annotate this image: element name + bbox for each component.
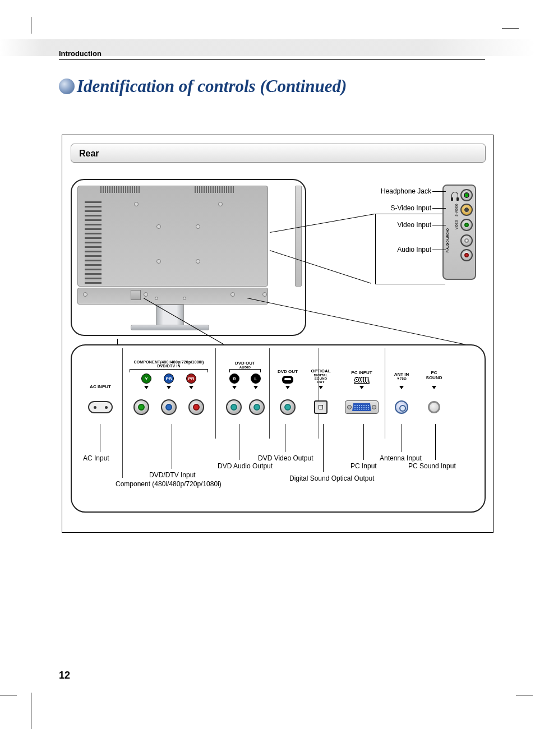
io-column: ANT IN ▼75Ω xyxy=(385,372,418,389)
video-jack-icon xyxy=(460,219,473,231)
crop-mark xyxy=(31,17,48,34)
component-pb-icon: PB xyxy=(164,374,174,384)
callout-label: S-Video Input xyxy=(391,204,432,212)
io-label: PC xyxy=(431,370,437,375)
screw-icon xyxy=(262,292,267,297)
screw-icon xyxy=(183,297,186,300)
leader-line xyxy=(100,424,100,452)
vent-icon xyxy=(100,186,140,193)
component-pb-jack-icon xyxy=(161,399,177,415)
io-label: ▼75Ω xyxy=(396,377,407,380)
arrow-down-icon xyxy=(189,386,193,389)
callout-label: Antenna Input xyxy=(380,454,422,462)
io-label: COMPONENT(480i/480p/720p/1080i) xyxy=(133,360,204,364)
crop-mark xyxy=(502,28,519,45)
io-top-row: AC INPUT COMPONENT(480i/480p/720p/1080i)… xyxy=(79,356,478,389)
io-label: ANT IN xyxy=(394,372,409,377)
screw-icon xyxy=(218,202,223,206)
screw-icon xyxy=(230,292,235,297)
rear-heading: Rear xyxy=(71,144,486,163)
callout-label: DVD Video Output xyxy=(258,454,313,462)
io-callout-labels: AC Input DVD/DTV Input Component (480i/4… xyxy=(72,424,485,506)
leader-line xyxy=(172,424,172,469)
vent-icon xyxy=(195,186,234,193)
callout-label: PC Input xyxy=(350,462,377,470)
io-label: AC INPUT xyxy=(90,384,111,389)
screw-icon xyxy=(134,202,139,206)
dvd-audio-r-jack-icon xyxy=(226,399,242,415)
arrow-down-icon xyxy=(359,386,364,389)
crop-mark xyxy=(0,695,17,695)
screw-icon xyxy=(196,259,200,264)
arrow-down-icon xyxy=(319,386,323,389)
leader-line xyxy=(375,214,445,214)
leader-line xyxy=(323,424,324,472)
io-label: DVD OUT xyxy=(278,369,298,374)
io-column: OPTICAL DIGITAL SOUND OUT xyxy=(303,368,339,389)
component-y-jack-icon xyxy=(133,399,149,415)
io-connector-row xyxy=(79,395,478,420)
leader-line xyxy=(432,208,446,209)
vga-port-icon xyxy=(345,400,379,414)
slot-icon xyxy=(131,290,141,300)
io-column: PC INPUT xyxy=(339,370,385,389)
io-label: SOUND xyxy=(426,375,442,380)
page-title: Identification of controls (Continued) xyxy=(77,76,347,96)
arrow-down-icon xyxy=(253,386,258,389)
audio-l-icon: L xyxy=(251,374,261,384)
arrow-down-icon xyxy=(167,386,171,389)
leader-line xyxy=(239,424,239,460)
tv-chassis xyxy=(77,186,268,287)
dvd-out-icon xyxy=(282,376,293,384)
io-column: AC INPUT xyxy=(79,384,122,389)
vga-icon xyxy=(354,377,370,384)
title-bullet-icon xyxy=(59,79,75,94)
leader-line xyxy=(363,424,364,460)
component-pr-jack-icon xyxy=(188,399,204,415)
screw-icon xyxy=(156,259,161,264)
leader-line xyxy=(432,250,446,250)
bracket-icon xyxy=(130,369,208,372)
crop-mark xyxy=(31,693,31,729)
audio-r-jack-icon xyxy=(460,249,473,261)
io-column: PC SOUND xyxy=(418,370,450,389)
pc-sound-jack-icon xyxy=(428,401,440,413)
leader-line xyxy=(402,424,402,452)
screw-icon xyxy=(144,292,148,297)
io-label: OUT xyxy=(317,380,324,384)
rear-io-diagram: AC INPUT COMPONENT(480i/480p/720p/1080i)… xyxy=(71,344,486,513)
headphone-jack-icon xyxy=(460,189,473,201)
mini-label: VIDEO xyxy=(455,220,458,229)
arrow-down-icon xyxy=(399,386,404,389)
io-label: DVD/DTV IN xyxy=(157,364,181,368)
speaker-grill-icon xyxy=(85,200,102,284)
callout-label: AC Input xyxy=(83,454,109,462)
callout-label: Audio Input xyxy=(397,246,431,253)
jack-row xyxy=(446,189,473,201)
callout-label: Video Input xyxy=(398,221,432,229)
io-column: COMPONENT(480i/480p/720p/1080i) DVD/DTV … xyxy=(122,360,215,389)
leader-line xyxy=(432,191,446,192)
component-pr-icon: PR xyxy=(186,374,196,384)
page: Introduction Identification of controls … xyxy=(31,17,502,729)
tv-base-bar xyxy=(77,288,268,305)
diagram-panel: Rear xyxy=(62,135,494,533)
mini-label: S-VIDEO xyxy=(455,204,458,216)
io-column: DVD OUT AUDIO R L xyxy=(222,361,268,389)
page-number: 12 xyxy=(59,670,70,681)
io-label: DVD OUT xyxy=(235,361,255,366)
mini-label: R-AUDIO-L/MONO xyxy=(446,228,449,252)
io-label: PC INPUT xyxy=(351,370,372,375)
tv-rear-diagram xyxy=(71,179,306,336)
callout-label: Digital Sound Optical Output xyxy=(289,474,374,482)
component-y-icon: Y xyxy=(141,374,151,384)
callout-label: Headphone Jack xyxy=(381,187,431,195)
leader-line xyxy=(432,225,446,225)
dvd-video-out-jack-icon xyxy=(280,399,296,415)
io-column: DVD OUT xyxy=(273,369,303,389)
screw-icon xyxy=(196,224,200,229)
mini-label-strip: R-AUDIO-L/MONO xyxy=(446,206,451,275)
side-jack-panel: S-VIDEO VIDEO R-AUDIO-L/MONO xyxy=(442,185,476,280)
svideo-jack-icon xyxy=(460,204,473,216)
optical-out-icon xyxy=(314,400,328,414)
